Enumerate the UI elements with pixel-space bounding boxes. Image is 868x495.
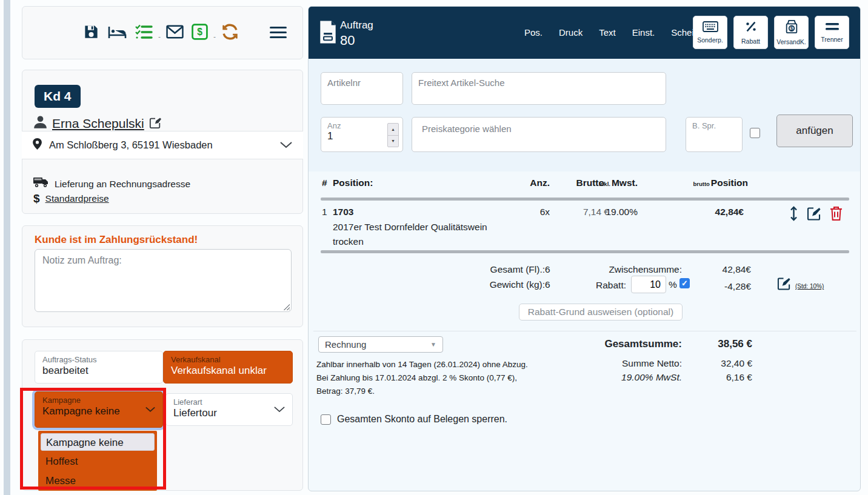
status-card: Auftrags-Status bearbeitet Verkaufskanal…: [22, 339, 303, 491]
trenner-label: Trenner: [821, 36, 843, 43]
chevron-down-icon[interactable]: [280, 139, 292, 151]
menu-icon[interactable]: [270, 27, 287, 41]
discount-input[interactable]: [631, 276, 666, 293]
price-category-input[interactable]: [412, 117, 666, 152]
order-status-box[interactable]: Auftrags-Status bearbeitet: [35, 351, 163, 384]
quantity-stepper[interactable]: ▲▼: [387, 123, 399, 147]
grand-total-label: Gesamtsumme:: [549, 338, 682, 350]
article-number: 1703: [333, 207, 353, 218]
move-position-icon[interactable]: [789, 205, 798, 224]
customer-number-badge: Kd 4: [35, 85, 81, 108]
col-position-header: Position:: [333, 178, 373, 188]
separator-icon: [825, 22, 840, 34]
order-panel: Auftrag 80 Pos. Druck Text Einst. Schein…: [308, 6, 861, 491]
weight-value: 6: [545, 279, 550, 290]
campaign-dropdown: Kampagne keine Hoffest Messe: [38, 431, 157, 491]
order-type-label: Auftrag: [340, 19, 373, 32]
total-bottles-value: 6: [545, 264, 550, 275]
customer-name-link[interactable]: Erna Schepulski: [52, 116, 144, 131]
rabatt-button[interactable]: Rabatt: [733, 16, 768, 49]
chevron-down-icon: [145, 404, 155, 415]
quantity-field[interactable]: Anz ▲▼: [321, 117, 403, 152]
campaign-option-hoffest[interactable]: Hoffest: [41, 453, 155, 470]
order-note-input[interactable]: [35, 249, 292, 312]
versandkosten-button[interactable]: $ VersandK.: [774, 16, 809, 49]
envelope-icon[interactable]: [166, 25, 184, 41]
stepper-up-icon[interactable]: ▲: [388, 124, 398, 136]
chevron-down-icon: [274, 404, 285, 415]
weight-label: Gewicht (kg):: [424, 279, 545, 290]
refresh-icon[interactable]: [221, 24, 239, 42]
delivery-type-label: Lieferart: [173, 397, 285, 407]
order-status-value: bearbeitet: [42, 365, 155, 377]
discount-reason-button[interactable]: Rabatt-Grund ausweisen (optional): [519, 304, 683, 321]
position-mwst: 19.00%: [559, 207, 638, 218]
bed-icon[interactable]: [107, 24, 127, 42]
artikelnr-input[interactable]: [321, 72, 403, 105]
sales-channel-value: Verkaufskanal unklar: [171, 365, 285, 377]
delivery-type-select[interactable]: Lieferart Liefertour: [165, 393, 293, 426]
customer-card: Kd 4 Erna Schepulski Am Schloßberg 3, 65…: [22, 70, 303, 214]
campaign-option-kampagne-keine[interactable]: Kampagne keine: [41, 433, 155, 451]
delivery-type-value: Liefertour: [173, 407, 285, 419]
campaign-option-messe[interactable]: Messe: [41, 472, 155, 490]
table-divider: [321, 250, 849, 253]
skonto-lock-label: Gesamten Skonto auf Belegen sperren.: [337, 414, 507, 425]
payment-terms-line2: Bei Zahlung bis 17.01.2024 abzgl. 2 % Sk…: [316, 373, 517, 382]
edit-discount-icon[interactable]: [777, 277, 791, 293]
rabatt-label: Rabatt: [741, 38, 760, 45]
save-icon[interactable]: [83, 24, 99, 42]
document-type-value: Rechnung: [325, 339, 366, 350]
edit-customer-icon[interactable]: [149, 116, 161, 131]
vat-value: 6,16 €: [673, 372, 752, 383]
edit-position-icon[interactable]: [807, 207, 821, 224]
section-divider: [313, 331, 856, 331]
keyboard-icon: [703, 21, 718, 35]
nav-pos[interactable]: Pos.: [524, 27, 542, 38]
document-icon: [319, 20, 337, 47]
net-total-label: Summe Netto:: [549, 358, 682, 369]
payment-arrears-warning: Kunde ist im Zahlungsrückstand!: [35, 234, 198, 246]
address-row[interactable]: Am Schloßberg 3, 65191 Wiesbaden: [22, 131, 303, 159]
discount-amount: -4,28€: [672, 281, 751, 292]
campaign-select[interactable]: Kampagne Kampagne keine: [35, 391, 163, 428]
sonderpreis-label: Sonderp.: [697, 36, 723, 44]
bspr-checkbox[interactable]: [750, 128, 760, 138]
versandkosten-label: VersandK.: [776, 38, 806, 45]
delivery-address-text: Lieferung an Rechnungsadresse: [55, 179, 190, 190]
order-header: Auftrag 80 Pos. Druck Text Einst. Schein…: [309, 7, 860, 59]
position-total: 42,84€: [665, 207, 744, 218]
checklist-icon[interactable]: [135, 24, 153, 42]
sonderpreis-button[interactable]: Sonderp.: [693, 16, 727, 49]
sales-channel-label: Verkaufskanal: [171, 355, 285, 364]
order-status-label: Auftrags-Status: [42, 355, 155, 364]
dollar-icon: $: [33, 192, 40, 205]
price-category-link[interactable]: Standardpreise: [45, 193, 109, 204]
trenner-button[interactable]: Trenner: [815, 16, 849, 49]
document-type-select[interactable]: Rechnung ▼: [318, 336, 443, 353]
dollar-square-icon[interactable]: $: [192, 24, 208, 42]
bspr-field[interactable]: B. Spr.: [686, 117, 743, 152]
add-position-button[interactable]: anfügen: [776, 115, 853, 147]
quantity-input[interactable]: [327, 130, 364, 142]
shipping-cost-icon: $: [784, 19, 799, 36]
article-desc-line2: trocken: [333, 236, 364, 247]
vat-label: 19.00% MwSt.: [549, 372, 682, 383]
note-card: Kunde ist im Zahlungsrückstand!: [22, 225, 303, 327]
svg-text:$: $: [790, 25, 793, 32]
payment-terms-line3: Betrag: 37,79 €.: [316, 387, 375, 396]
article-desc-line1: 2017er Test Dornfelder Qualitätswein: [333, 222, 487, 233]
toolbar-card: - $ -: [22, 6, 303, 59]
nav-druck[interactable]: Druck: [559, 27, 583, 38]
toolbar-separator: -: [158, 33, 161, 41]
nav-text[interactable]: Text: [599, 27, 616, 38]
select-arrow-icon: ▼: [430, 341, 436, 348]
stepper-down-icon[interactable]: ▼: [388, 136, 398, 147]
delete-position-icon[interactable]: [830, 206, 843, 224]
nav-einst[interactable]: Einst.: [632, 27, 655, 38]
map-pin-icon: [33, 138, 42, 152]
standard-discount-note[interactable]: (Std: 10%): [795, 283, 824, 290]
skonto-lock-checkbox[interactable]: [321, 414, 331, 425]
sales-channel-box[interactable]: Verkaufskanal Verkaufskanal unklar: [163, 351, 293, 384]
freitext-search-input[interactable]: [412, 72, 666, 105]
